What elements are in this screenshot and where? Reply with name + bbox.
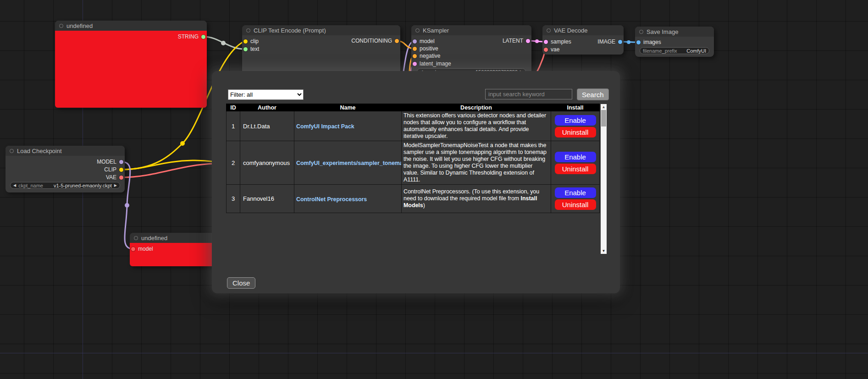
input-slot-model[interactable]: model [413,38,435,44]
widget-label: ckpt_name [18,183,43,188]
collapse-dot[interactable] [59,24,63,28]
input-slot-images[interactable]: images [636,39,661,45]
output-slot-string[interactable]: STRING [178,33,205,40]
conditioning-slot-dot[interactable] [395,39,399,43]
table-header-author: Author [240,104,294,111]
positive-slot-dot[interactable] [413,47,417,51]
string-slot-dot[interactable] [201,35,205,39]
node-title-bar[interactable]: CLIP Text Encode (Prompt) [242,25,400,35]
cell-name: ComfyUI_experiments/sampler_tonemap [294,141,402,185]
node-title-bar[interactable]: Save Image [635,27,714,37]
collapse-dot[interactable] [547,28,551,33]
widget-left-arrow[interactable]: ◀ [13,184,16,187]
output-slot-vae[interactable]: VAE [106,174,123,181]
filter-select[interactable]: Filter: all [228,89,304,100]
output-slot-model[interactable]: MODEL [97,159,123,165]
text-slot-dot[interactable] [243,47,248,51]
vae-slot-dot[interactable] [544,48,548,52]
input-slot-model[interactable]: model [131,246,153,252]
enable-button[interactable]: Enable [555,115,596,126]
node-title-bar[interactable]: KSampler [411,25,531,35]
node-ksampler[interactable]: KSampler model positive negative latent_… [411,25,531,77]
extension-table-zone: IDAuthorNameDescriptionInstall 1 Dr.Lt.D… [226,104,600,213]
node-undefined-bottom[interactable]: undefined model [130,233,215,266]
extension-link[interactable]: ComfyUI Impact Pack [296,123,354,130]
link-dot [627,40,630,44]
input-slot-samples[interactable]: samples [544,38,571,45]
cell-install: Enable Uninstall [551,141,600,185]
scrollbar[interactable]: ▲ ▼ [601,104,607,254]
cell-id: 3 [227,185,240,213]
scrollbar-up-arrow-icon[interactable]: ▲ [601,104,607,110]
node-title-bar[interactable]: undefined [130,233,215,243]
images-slot-dot[interactable] [636,40,641,44]
table-row: 1 Dr.Lt.Data ComfyUI Impact Pack This ex… [227,111,600,141]
output-slot-clip[interactable]: CLIP [104,166,123,173]
samples-slot-dot[interactable] [544,40,548,44]
model-slot-dot[interactable] [119,160,123,164]
input-slot-negative[interactable]: negative [413,53,440,59]
close-button[interactable]: Close [227,277,255,289]
ckpt-name-widget[interactable]: ◀ ckpt_name v1-5-pruned-emaonly.ckpt ▶ [10,182,120,189]
output-slot-conditioning[interactable]: CONDITIONING [351,38,399,44]
output-slot-image[interactable]: IMAGE [597,38,622,45]
slot-label: VAE [106,174,116,181]
clip-slot-dot[interactable] [119,168,123,172]
collapse-dot[interactable] [134,236,138,240]
node-clip-text-encode[interactable]: CLIP Text Encode (Prompt) clip text COND… [242,25,400,78]
vae-slot-dot[interactable] [119,176,123,180]
filename-prefix-widget[interactable]: filename_prefix ComfyUI [640,47,709,54]
uninstall-button[interactable]: Uninstall [555,127,596,137]
link-dot [180,141,185,146]
collapse-dot[interactable] [10,149,14,153]
cell-description: ControlNet Preprocessors. (To use this e… [402,185,551,213]
model-slot-dot[interactable] [131,247,135,251]
extension-link[interactable]: ControlNet Preprocessors [296,196,367,203]
collapse-dot[interactable] [415,28,420,33]
node-title-bar[interactable]: VAE Decode [542,25,624,35]
clip-slot-dot[interactable] [243,39,248,44]
input-slot-positive[interactable]: positive [413,45,438,52]
table-header-description: Description [402,104,551,111]
latent-slot-dot[interactable] [526,39,530,43]
input-slot-text[interactable]: text [243,46,259,52]
search-button[interactable]: Search [577,88,609,100]
latent-image-slot-dot[interactable] [413,62,417,66]
node-undefined-top[interactable]: undefined STRING [55,21,207,108]
slot-label: MODEL [97,159,116,165]
uninstall-button[interactable]: Uninstall [555,164,596,174]
input-slot-latent-image[interactable]: latent_image [413,60,451,67]
search-input[interactable] [485,89,572,99]
node-save-image[interactable]: Save Image images filename_prefix ComfyU… [635,27,714,57]
uninstall-button[interactable]: Uninstall [555,199,596,210]
widget-right-arrow[interactable]: ▶ [114,184,117,187]
output-slot-latent[interactable]: LATENT [503,38,530,44]
collapse-dot[interactable] [639,30,643,34]
link-dot [535,39,539,43]
node-vae-decode[interactable]: VAE Decode samples vae IMAGE [542,25,624,55]
enable-button[interactable]: Enable [555,152,596,162]
image-slot-dot[interactable] [618,40,622,44]
node-title: undefined [66,22,93,29]
slot-label: text [250,46,259,52]
table-row: 2 comfyanonymous ComfyUI_experiments/sam… [227,141,600,185]
slot-label: IMAGE [597,38,615,45]
manager-dialog: Filter: all Search IDAuthorNameDescripti… [212,71,620,293]
scrollbar-down-arrow-icon[interactable]: ▼ [601,248,607,254]
scrollbar-thumb[interactable] [601,110,606,126]
negative-slot-dot[interactable] [413,54,417,58]
node-title-bar[interactable]: Load Checkpoint [6,146,125,156]
input-slot-clip[interactable]: clip [243,38,259,44]
enable-button[interactable]: Enable [555,187,596,198]
extension-table: IDAuthorNameDescriptionInstall 1 Dr.Lt.D… [226,104,600,213]
collapse-dot[interactable] [246,28,250,33]
node-title: KSampler [423,27,449,34]
extension-link[interactable]: ComfyUI_experiments/sampler_tonemap [296,160,402,166]
graph-canvas[interactable]: { "colors": { "accent_link": "#99ccff", … [0,0,868,379]
model-slot-dot[interactable] [413,39,417,44]
link-dot [221,41,226,45]
input-slot-vae[interactable]: vae [544,46,559,53]
cell-name: ComfyUI Impact Pack [294,111,402,141]
node-title-bar[interactable]: undefined [55,21,207,31]
node-load-checkpoint[interactable]: Load Checkpoint MODEL CLIP VAE ◀ ckpt_na… [6,146,125,192]
